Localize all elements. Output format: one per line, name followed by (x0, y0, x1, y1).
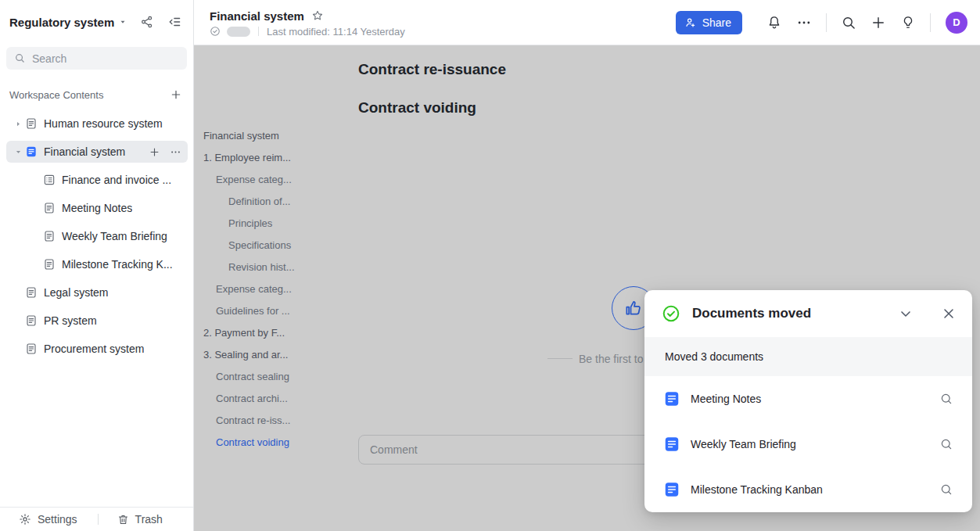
toc-item[interactable]: 2. Payment by F... (203, 322, 336, 344)
sidebar-item-weekly-team-briefing[interactable]: Weekly Team Briefing (6, 225, 188, 247)
meta-divider (258, 27, 259, 36)
doc-icon (43, 230, 56, 242)
sidebar-item-meeting-notes[interactable]: Meeting Notes (6, 197, 188, 219)
toc-item[interactable]: Specifications (203, 235, 336, 257)
sidebar-item-pr-system[interactable]: PR system (6, 310, 188, 332)
toast-title: Documents moved (692, 306, 886, 321)
footer-divider (98, 514, 99, 525)
toast-item-weekly-team-briefing[interactable]: Weekly Team Briefing (644, 422, 972, 467)
toc-item[interactable]: Contract archi... (203, 388, 336, 410)
sidebar-item-milestone-tracking[interactable]: Milestone Tracking K... (6, 253, 188, 275)
settings-label: Settings (38, 513, 77, 526)
doc-icon (43, 202, 56, 214)
create-new-icon[interactable] (871, 15, 886, 30)
global-search-icon[interactable] (841, 15, 856, 30)
doc-icon-blue (663, 436, 680, 453)
more-options-icon[interactable] (796, 15, 812, 30)
doc-icon (25, 117, 38, 130)
caret-down-icon[interactable] (11, 149, 25, 156)
sidebar-item-finance-and-invoice[interactable]: Finance and invoice ... (6, 169, 188, 191)
sidebar-item-label: PR system (44, 314, 97, 327)
locate-icon[interactable] (939, 437, 953, 451)
sidebar-item-label: Milestone Tracking K... (62, 258, 173, 271)
add-icon[interactable] (170, 88, 182, 101)
sidebar: Regulatory system Search Workspace Conte… (0, 0, 194, 531)
doc-icon (25, 286, 38, 299)
notifications-bell-icon[interactable] (766, 15, 782, 30)
toc-item[interactable]: Expense categ... (203, 169, 336, 191)
toc-item[interactable]: Contract re-iss... (203, 410, 336, 432)
toast-item-label: Meeting Notes (691, 393, 929, 405)
toc-item[interactable]: Guidelines for ... (203, 300, 336, 322)
workspace-tree: Human resource system Financial system F… (0, 113, 194, 366)
workspace-name: Regulatory system (9, 16, 114, 29)
locate-icon[interactable] (939, 483, 953, 497)
sidebar-item-label: Weekly Team Briefing (62, 230, 167, 242)
hint-divider-line (547, 358, 573, 359)
lightbulb-icon[interactable] (900, 15, 916, 30)
person-plus-icon (684, 16, 697, 29)
trash-icon (117, 514, 129, 526)
workspace-switcher[interactable]: Regulatory system (9, 16, 140, 29)
doc-heading-contract-reissuance: Contract re-issuance (358, 61, 506, 78)
search-placeholder: Search (32, 52, 66, 65)
toast-summary: Moved 3 documents (644, 337, 972, 376)
locate-icon[interactable] (939, 392, 953, 406)
sidebar-item-label: Financial system (44, 145, 125, 158)
document-header: Financial system Last modified: 11:14 Ye… (194, 0, 980, 45)
sidebar-item-label: Procurement system (44, 343, 144, 355)
sidebar-item-human-resource-system[interactable]: Human resource system (6, 113, 188, 135)
sidebar-item-legal-system[interactable]: Legal system (6, 282, 188, 303)
shield-check-icon (210, 26, 221, 37)
workspace-contents-section: Workspace Contents (9, 87, 182, 102)
last-modified: Last modified: 11:14 Yesterday (267, 26, 405, 38)
share-button[interactable]: Share (676, 11, 742, 34)
thumbs-up-icon (623, 298, 644, 318)
toc-item[interactable]: Contract sealing (203, 366, 336, 388)
doc-icon-blue (663, 390, 680, 407)
doc-icon (25, 314, 38, 327)
section-label: Workspace Contents (9, 89, 103, 101)
check-circle-icon (662, 304, 680, 323)
header-divider (930, 13, 931, 32)
settings-button[interactable]: Settings (19, 513, 77, 526)
close-icon[interactable] (941, 306, 957, 321)
doc-icon-blue (25, 145, 38, 158)
collapse-sidebar-icon[interactable] (168, 15, 182, 29)
collapse-toast-icon[interactable] (898, 306, 914, 321)
toc-item[interactable]: 1. Employee reim... (203, 147, 336, 169)
sidebar-item-label: Human resource system (44, 117, 163, 130)
toc-item-active[interactable]: Contract voiding (203, 432, 336, 454)
avatar[interactable]: D (946, 12, 967, 34)
page-title: Financial system (210, 9, 304, 23)
share-nodes-icon[interactable] (140, 15, 154, 29)
trash-label: Trash (135, 513, 163, 526)
star-icon[interactable] (311, 9, 324, 22)
toc-item[interactable]: Revision hist... (203, 257, 336, 278)
comment-placeholder: Comment (370, 443, 418, 456)
search-input[interactable]: Search (6, 47, 187, 70)
gear-icon (19, 513, 31, 526)
sidebar-item-financial-system[interactable]: Financial system (6, 141, 188, 163)
sidebar-top-bar: Regulatory system (0, 0, 193, 44)
search-icon (14, 52, 26, 64)
toast-item-label: Weekly Team Briefing (691, 438, 929, 450)
toc-item[interactable]: Financial system (203, 125, 336, 147)
caret-right-icon[interactable] (11, 120, 25, 127)
chevron-down-icon (119, 18, 127, 26)
toc-item[interactable]: 3. Sealing and ar... (203, 344, 336, 366)
toast-item-meeting-notes[interactable]: Meeting Notes (644, 376, 972, 422)
more-icon[interactable] (170, 146, 181, 158)
add-doc-icon[interactable] (149, 146, 160, 158)
toc-item[interactable]: Expense categ... (203, 278, 336, 300)
share-label: Share (702, 16, 731, 29)
sidebar-item-procurement-system[interactable]: Procurement system (6, 338, 188, 360)
toc-item[interactable]: Principles (203, 213, 336, 235)
verification-badge (227, 27, 250, 37)
sidebar-item-label: Legal system (44, 286, 108, 299)
like-hint-text: Be the first to (579, 353, 643, 365)
toast-item-milestone-tracking-kanban[interactable]: Milestone Tracking Kanban (644, 467, 972, 512)
trash-button[interactable]: Trash (117, 513, 163, 526)
toc-item[interactable]: Definition of... (203, 191, 336, 213)
table-of-contents: Financial system 1. Employee reim... Exp… (203, 125, 336, 454)
